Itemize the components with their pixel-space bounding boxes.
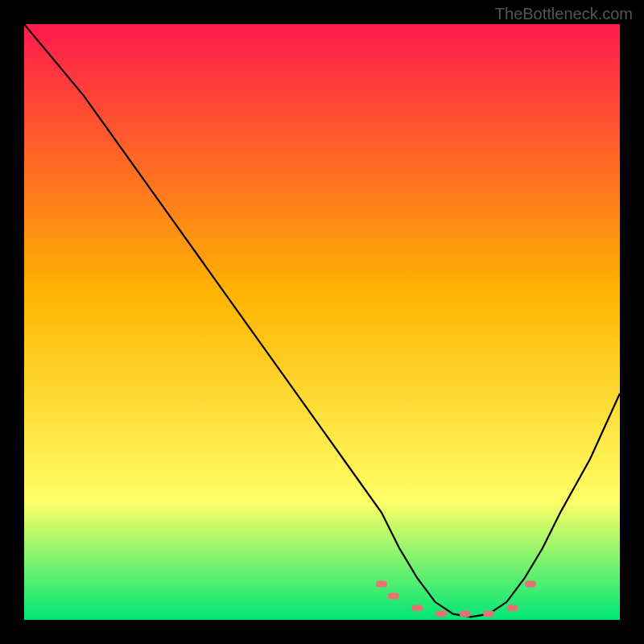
marker-dot bbox=[376, 581, 387, 588]
marker-dot bbox=[525, 581, 536, 588]
marker-dot bbox=[388, 592, 399, 599]
marker-dot bbox=[483, 611, 494, 617]
watermark-text: TheBottleneck.com bbox=[495, 5, 633, 23]
marker-dot bbox=[507, 605, 518, 611]
plot-area bbox=[24, 24, 620, 620]
marker-dot bbox=[436, 611, 447, 617]
marker-dot bbox=[460, 611, 471, 617]
chart-svg bbox=[24, 24, 620, 620]
marker-dot bbox=[411, 605, 423, 611]
gradient-background bbox=[24, 24, 620, 620]
chart-container: TheBottleneck.com bbox=[0, 0, 644, 644]
